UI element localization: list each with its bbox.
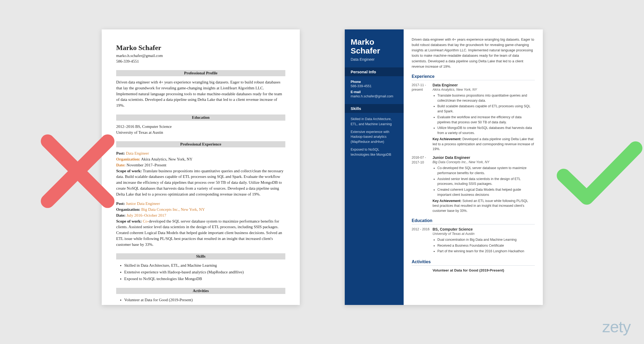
skill-item: Exposed to NoSQL technologies like Mongo… xyxy=(124,276,285,282)
side-skill: Exposed to NoSQL technologies like Mongo… xyxy=(351,147,398,157)
phone: 586-339-4551 xyxy=(116,59,285,64)
watermark: zety xyxy=(602,318,631,336)
heading-profile: Professional Profile xyxy=(116,70,285,76)
exp1-bullet: Build scalable databases capable of ETL … xyxy=(437,104,535,114)
summary-text: Driven data engineer with 4+ years exper… xyxy=(116,79,285,109)
comparison-stage: Marko Schafer marko.h.schafer@gmail.com … xyxy=(0,0,644,344)
activities-list: Volunteer at Data for Good (2019-Present… xyxy=(124,297,285,303)
sidebar: Marko Schafer Data Engineer Personal Inf… xyxy=(345,29,404,305)
job1-post: Data Engineer xyxy=(126,151,149,155)
skill-item: Extensive experience with Hadoop-based a… xyxy=(124,269,285,275)
name: Marko Schafer xyxy=(116,44,285,52)
job-2: Post: Junior Data Engineer Organization:… xyxy=(116,201,285,247)
label-post: Post: xyxy=(116,201,125,206)
side-skill: Skilled in Data Architecture, ETL, and M… xyxy=(351,117,398,127)
heading-education: Education xyxy=(116,114,285,121)
label-date: Date: xyxy=(116,163,126,167)
job2-org: Big Data Concepts Inc., New York, NY xyxy=(141,207,205,212)
activity: Volunteer at Data for Good (2019-Present… xyxy=(433,268,535,272)
job1-org: Akira Analytics, New York, NY xyxy=(141,157,192,161)
exp1-company: Akira Analytics, New York, NY xyxy=(433,88,535,91)
skill-item: Skilled in Data Architecture, ETL, and M… xyxy=(124,263,285,269)
edu-title: BS, Computer Science xyxy=(433,227,535,231)
edu-line2: University of Texas at Austin xyxy=(116,130,285,136)
job2-scope-prefix: Co- xyxy=(143,219,149,223)
edu-row: 2012 - 2016 BS, Computer Science Univers… xyxy=(412,227,535,255)
exp1-bullet: Evaluate the workflow and increase the e… xyxy=(437,115,535,125)
job2-post: Junior Data Engineer xyxy=(126,201,160,206)
label-org: Organization: xyxy=(116,207,140,212)
email: marko.h.schafer@gmail.com xyxy=(116,53,285,59)
heading-activities: Activities xyxy=(412,259,535,266)
exp-1: 2017-11 - present Data Engineer Akira An… xyxy=(412,83,535,152)
heading-experience: Professional Experience xyxy=(116,141,285,147)
heading-education: Education xyxy=(412,218,535,224)
svg-line-0 xyxy=(48,141,108,201)
edu-line1: 2012–2016 BS, Computer Science xyxy=(116,124,285,130)
svg-line-1 xyxy=(48,141,108,201)
skills-list: Skilled in Data Architecture, ETL, and M… xyxy=(124,263,285,282)
email-label: E-mail xyxy=(351,90,398,94)
label-date: Date: xyxy=(116,213,126,217)
exp1-key-label: Key Achievement: xyxy=(433,137,461,141)
edu-date: 2012 - 2016 xyxy=(412,227,433,255)
exp2-bullet: Co-developed the SQL server database sys… xyxy=(437,166,535,176)
role: Data Engineer xyxy=(351,57,398,62)
edu-bullet: Dual concentration in Big Data and Machi… xyxy=(437,237,535,242)
job-1: Post: Data Engineer Organization: Akira … xyxy=(116,151,285,197)
resume-bad: Marko Schafer marko.h.schafer@gmail.com … xyxy=(102,29,300,305)
name: Marko Schafer xyxy=(351,37,398,55)
label-scope: Scope of work: xyxy=(116,219,142,223)
job2-date: July 2016–October 2017 xyxy=(127,213,166,217)
resume-good: Marko Schafer Data Engineer Personal Inf… xyxy=(345,29,543,305)
activity-item: Volunteer at Data for Good (2019-Present… xyxy=(124,297,285,303)
side-head-personal: Personal Info xyxy=(345,67,404,76)
exp2-key-label: Key Achievement: xyxy=(433,199,461,203)
exp2-title: Junior Data Engineer xyxy=(433,155,535,160)
main-column: Driven data engineer with 4+ years exper… xyxy=(404,29,543,305)
exp1-title: Data Engineer xyxy=(433,83,535,87)
edu-bullet: Part of the winning team for the 2016 Lo… xyxy=(437,249,535,254)
exp2-company: Big Data Concepts Inc., New York, NY xyxy=(433,160,535,164)
label-org: Organization: xyxy=(116,157,140,161)
side-skill: Extensive experience with Hadoop-based a… xyxy=(351,129,398,144)
phone-val: 586-339-4551 xyxy=(351,84,398,88)
heading-skills: Skills xyxy=(116,253,285,259)
check-icon xyxy=(557,139,642,209)
exp1-bullet: Translate business propositions into qua… xyxy=(437,93,535,103)
edu-school: University of Texas at Austin xyxy=(433,232,535,236)
phone-label: Phone xyxy=(351,80,398,84)
exp2-bullet: Assisted senior level data scientists in… xyxy=(437,177,535,187)
side-head-skills: Skills xyxy=(345,104,404,113)
heading-experience: Experience xyxy=(412,74,535,80)
label-scope: Scope of work: xyxy=(116,169,142,173)
exp1-bullet: Utilize MongoDB to create NoSQL database… xyxy=(437,125,535,136)
exp1-date: 2017-11 - present xyxy=(412,83,433,152)
exp-2: 2016-07 - 2017-10 Junior Data Engineer B… xyxy=(412,155,535,213)
heading-activities: Activities xyxy=(116,288,285,294)
exp2-bullet: Created coherent Logical Data Models tha… xyxy=(437,187,535,197)
edu-bullet: Received a Business Foundations Certific… xyxy=(437,243,535,248)
email-val: marko.h.schafer@gmail.com xyxy=(351,94,398,98)
summary: Driven data engineer with 4+ years exper… xyxy=(412,37,535,69)
exp2-date: 2016-07 - 2017-10 xyxy=(412,155,433,213)
job1-date: November 2017–Present xyxy=(127,163,166,167)
label-post: Post: xyxy=(116,151,125,155)
